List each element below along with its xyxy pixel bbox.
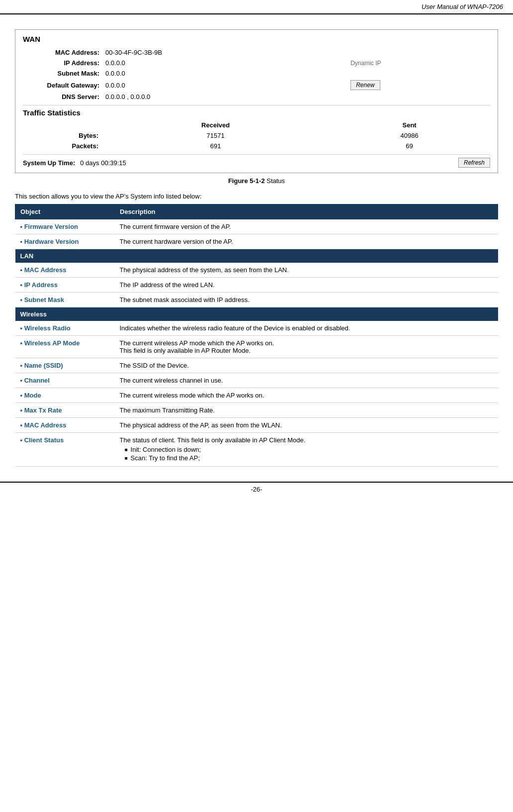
- wan-mac-value: 00-30-4F-9C-3B-9B: [102, 47, 347, 58]
- wan-gateway-extra: Renew: [347, 79, 490, 92]
- item-description: The SSID of the Device.: [115, 358, 498, 373]
- wan-dns-label: DNS Server:: [23, 92, 102, 102]
- traffic-packets-received: 691: [102, 141, 329, 151]
- item-object: Max Tx Rate: [15, 403, 115, 418]
- traffic-table: Received Sent Bytes: 71571 40986 Packets…: [23, 120, 490, 151]
- traffic-title: Traffic Statistics: [23, 108, 490, 117]
- uptime-value: 0 days 00:39:15: [80, 159, 126, 167]
- page-header: User Manual of WNAP-7206: [0, 0, 513, 14]
- traffic-bytes-row: Bytes: 71571 40986: [23, 130, 490, 141]
- item-object: Hardware Version: [15, 234, 115, 249]
- item-description: The IP address of the wired LAN.: [115, 278, 498, 293]
- wan-dns-value: 0.0.0.0 , 0.0.0.0: [102, 92, 347, 102]
- renew-button[interactable]: Renew: [350, 80, 380, 90]
- table-row: IP AddressThe IP address of the wired LA…: [15, 278, 498, 293]
- wan-mac-label: MAC Address:: [23, 47, 102, 58]
- table-row: Hardware VersionThe current hardware ver…: [15, 234, 498, 249]
- uptime-left: System Up Time: 0 days 00:39:15: [23, 159, 126, 167]
- table-header-description: Description: [115, 204, 498, 219]
- traffic-bytes-received: 71571: [102, 130, 329, 141]
- info-description-table: Object Description Firmware VersionThe c…: [15, 204, 498, 467]
- item-object: Wireless AP Mode: [15, 336, 115, 358]
- section-label: LAN: [15, 249, 498, 263]
- item-object: Channel: [15, 373, 115, 388]
- table-row: Client StatusThe status of client. This …: [15, 433, 498, 467]
- wan-subnet-row: Subnet Mask: 0.0.0.0: [23, 68, 490, 79]
- table-row: MAC AddressThe physical address of the s…: [15, 263, 498, 278]
- wan-gateway-row: Default Gateway: 0.0.0.0 Renew: [23, 79, 490, 92]
- table-row: Wireless AP ModeThe current wireless AP …: [15, 336, 498, 358]
- table-section-lan: LAN: [15, 249, 498, 263]
- item-object: Mode: [15, 388, 115, 403]
- traffic-col-received: Received: [102, 120, 329, 130]
- table-row: Name (SSID)The SSID of the Device.: [15, 358, 498, 373]
- item-description: The status of client. This field is only…: [115, 433, 498, 467]
- wan-ip-row: IP Address: 0.0.0.0 Dynamic IP: [23, 58, 490, 68]
- table-row: Subnet MaskThe subnet mask associated wi…: [15, 293, 498, 307]
- table-row: Max Tx RateThe maximum Transmitting Rate…: [15, 403, 498, 418]
- item-description: The physical address of the AP, as seen …: [115, 418, 498, 433]
- item-object: MAC Address: [15, 263, 115, 278]
- wan-title: WAN: [23, 35, 490, 43]
- sub-list-item: Scan: Try to find the AP;: [125, 454, 493, 462]
- item-description: The current wireless AP mode which the A…: [115, 336, 498, 358]
- traffic-packets-sent: 69: [329, 141, 490, 151]
- table-row: Wireless RadioIndicates whether the wire…: [15, 321, 498, 336]
- figure-caption: Figure 5-1-2 Status: [15, 177, 498, 185]
- wan-ip-value: 0.0.0.0: [102, 58, 347, 68]
- item-description: The physical address of the system, as s…: [115, 263, 498, 278]
- sub-list-item: Init: Connection is down;: [125, 446, 493, 453]
- traffic-col-sent: Sent: [329, 120, 490, 130]
- wan-info-table: MAC Address: 00-30-4F-9C-3B-9B IP Addres…: [23, 47, 490, 102]
- item-object: MAC Address: [15, 418, 115, 433]
- table-row: ChannelThe current wireless channel in u…: [15, 373, 498, 388]
- wan-status-box: WAN MAC Address: 00-30-4F-9C-3B-9B IP Ad…: [15, 29, 498, 173]
- wan-dns-extra: [347, 92, 490, 102]
- traffic-bytes-sent: 40986: [329, 130, 490, 141]
- uptime-row: System Up Time: 0 days 00:39:15 Refresh: [23, 154, 490, 168]
- header-title: User Manual of WNAP-7206: [422, 3, 503, 10]
- table-header-row: Object Description: [15, 204, 498, 219]
- item-object: Client Status: [15, 433, 115, 467]
- table-row: MAC AddressThe physical address of the A…: [15, 418, 498, 433]
- item-description: The current wireless mode which the AP w…: [115, 388, 498, 403]
- item-description: The current hardware version of the AP.: [115, 234, 498, 249]
- wan-mac-row: MAC Address: 00-30-4F-9C-3B-9B: [23, 47, 490, 58]
- page-number: -26-: [251, 486, 262, 493]
- traffic-header-row: Received Sent: [23, 120, 490, 130]
- item-description: The current wireless channel in use.: [115, 373, 498, 388]
- item-description: Indicates whether the wireless radio fea…: [115, 321, 498, 336]
- wan-subnet-extra: [347, 68, 490, 79]
- table-section-wireless: Wireless: [15, 307, 498, 321]
- traffic-packets-row: Packets: 691 69: [23, 141, 490, 151]
- item-description: The maximum Transmitting Rate.: [115, 403, 498, 418]
- wan-dns-row: DNS Server: 0.0.0.0 , 0.0.0.0: [23, 92, 490, 102]
- wan-gateway-label: Default Gateway:: [23, 79, 102, 92]
- section-label: Wireless: [15, 307, 498, 321]
- table-header-object: Object: [15, 204, 115, 219]
- item-description: The subnet mask associated with IP addre…: [115, 293, 498, 307]
- item-object: Name (SSID): [15, 358, 115, 373]
- figure-caption-bold: Figure 5-1-2: [228, 177, 265, 185]
- wan-subnet-label: Subnet Mask:: [23, 68, 102, 79]
- item-object: IP Address: [15, 278, 115, 293]
- traffic-col-label: [23, 120, 102, 130]
- traffic-statistics-section: Traffic Statistics Received Sent Bytes: …: [23, 108, 490, 151]
- intro-text: This section allows you to view the AP's…: [15, 193, 498, 200]
- wan-ip-extra: Dynamic IP: [347, 58, 490, 68]
- traffic-packets-label: Packets:: [23, 141, 102, 151]
- traffic-bytes-label: Bytes:: [23, 130, 102, 141]
- wan-subnet-value: 0.0.0.0: [102, 68, 347, 79]
- figure-caption-text: Status: [265, 177, 285, 185]
- wan-ip-label: IP Address:: [23, 58, 102, 68]
- page-footer: -26-: [0, 482, 513, 493]
- item-description: The current firmware version of the AP.: [115, 219, 498, 234]
- item-object: Firmware Version: [15, 219, 115, 234]
- item-object: Wireless Radio: [15, 321, 115, 336]
- wan-mac-extra: [347, 47, 490, 58]
- refresh-button[interactable]: Refresh: [458, 158, 490, 168]
- wan-gateway-value: 0.0.0.0: [102, 79, 347, 92]
- uptime-label: System Up Time:: [23, 159, 75, 167]
- table-row: ModeThe current wireless mode which the …: [15, 388, 498, 403]
- item-object: Subnet Mask: [15, 293, 115, 307]
